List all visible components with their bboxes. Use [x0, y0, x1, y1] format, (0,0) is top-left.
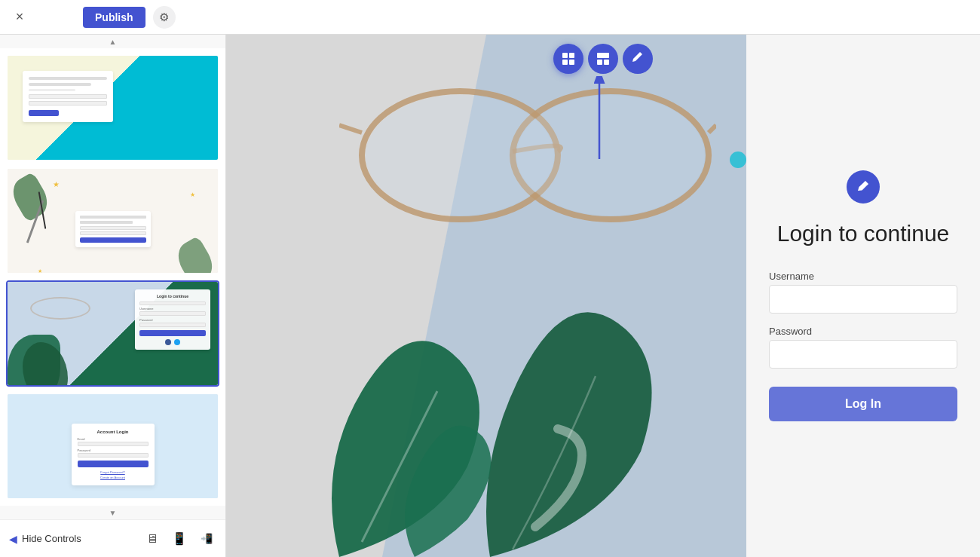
main-layout: ▲ — [0, 35, 980, 557]
layout-icon — [596, 51, 611, 66]
login-panel: Login to continue Username Password Log … — [746, 35, 980, 557]
hide-controls-label: Hide Controls — [22, 533, 81, 544]
layout-tool-button[interactable] — [588, 44, 618, 74]
topbar: × Publish ⚙ — [0, 0, 980, 35]
scroll-up-button[interactable]: ▲ — [0, 35, 225, 48]
sidebar-bottom: ◀ Hide Controls 🖥 📱 📲 — [0, 519, 225, 557]
svg-rect-6 — [604, 60, 609, 65]
svg-rect-0 — [562, 53, 568, 58]
template-thumb-4[interactable]: Account Login Email Password Forgot Pass… — [6, 393, 219, 500]
password-label: Password — [769, 326, 957, 337]
blocks-tool-button[interactable] — [553, 44, 583, 74]
canvas-area: Login to continue Username Password Log … — [226, 35, 980, 557]
svg-rect-4 — [597, 53, 609, 58]
close-button[interactable]: × — [9, 7, 30, 28]
svg-line-11 — [339, 125, 362, 133]
settings-button[interactable]: ⚙ — [153, 6, 176, 29]
canvas-toolbar — [553, 44, 653, 74]
sidebar-scrollable: ★ ★ ★ — [0, 48, 225, 506]
scroll-down-button[interactable]: ▼ — [0, 506, 225, 519]
hide-controls-button[interactable]: ◀ Hide Controls — [9, 533, 81, 545]
edit-tool-button[interactable] — [623, 44, 653, 74]
desktop-icon[interactable]: 🖥 — [142, 529, 162, 549]
svg-rect-3 — [569, 60, 574, 65]
publish-button[interactable]: Publish — [83, 7, 145, 28]
accent-dot — [730, 151, 746, 168]
photo-section — [226, 35, 746, 557]
login-button[interactable]: Log In — [769, 387, 957, 421]
sidebar: ▲ — [0, 35, 226, 557]
pencil-icon — [630, 51, 645, 66]
glasses-image — [339, 50, 716, 261]
password-input[interactable] — [769, 340, 957, 369]
login-icon-area — [847, 170, 880, 204]
template-thumb-2[interactable]: ★ ★ ★ — [6, 167, 219, 274]
phone-icon[interactable]: 📲 — [197, 529, 216, 549]
username-input[interactable] — [769, 285, 957, 314]
blocks-icon — [561, 51, 576, 66]
tablet-icon[interactable]: 📱 — [170, 529, 189, 549]
device-icons: 🖥 📱 📲 — [142, 529, 216, 549]
pencil-symbol — [855, 179, 871, 195]
template-thumb-3[interactable]: Login to continue Username Password — [6, 280, 219, 387]
close-icon: × — [16, 9, 24, 25]
template-thumb-1[interactable] — [6, 54, 219, 161]
login-title: Login to continue — [777, 219, 950, 248]
svg-rect-5 — [597, 60, 602, 65]
svg-line-12 — [709, 125, 716, 133]
svg-rect-1 — [569, 53, 574, 58]
password-form-group: Password — [769, 326, 957, 369]
arrow-indicator — [580, 76, 618, 170]
leaf-image — [302, 240, 716, 557]
username-label: Username — [769, 271, 957, 282]
svg-rect-2 — [562, 60, 568, 65]
chevron-left-icon: ◀ — [9, 533, 17, 545]
gear-icon: ⚙ — [159, 11, 169, 24]
login-pencil-icon — [847, 170, 880, 204]
username-form-group: Username — [769, 271, 957, 314]
